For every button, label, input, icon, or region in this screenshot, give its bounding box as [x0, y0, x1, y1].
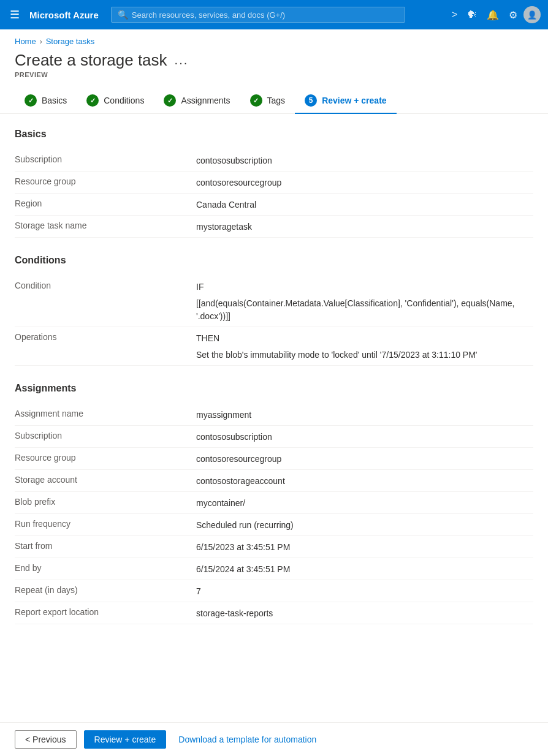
- hamburger-menu-icon[interactable]: ☰: [7, 6, 22, 24]
- repeat-days-row: Repeat (in days) 7: [15, 580, 533, 602]
- storage-account-value: contosostorageaccount: [196, 474, 533, 488]
- tab-assignments-check-icon: ✓: [164, 94, 176, 107]
- condition-label: Condition: [15, 279, 186, 323]
- azure-logo: Microsoft Azure: [29, 10, 99, 20]
- repeat-days-label: Repeat (in days): [15, 584, 186, 598]
- run-frequency-label: Run frequency: [15, 518, 186, 532]
- tab-basics[interactable]: ✓ Basics: [15, 88, 77, 114]
- condition-value: IF [[and(equals(Container.Metadata.Value…: [196, 279, 533, 323]
- start-from-row: Start from 6/15/2023 at 3:45:51 PM: [15, 536, 533, 558]
- start-from-value: 6/15/2023 at 3:45:51 PM: [196, 540, 533, 554]
- repeat-days-value: 7: [196, 584, 533, 598]
- page-title: Create a storage task: [15, 51, 167, 70]
- subscription-label: Subscription: [15, 153, 186, 167]
- condition-row: Condition IF [[and(equals(Container.Meta…: [15, 276, 533, 327]
- operations-row: Operations THEN Set the blob's immutabil…: [15, 327, 533, 366]
- storage-task-name-row: Storage task name mystoragetask: [15, 216, 533, 238]
- conditions-section-title: Conditions: [15, 255, 533, 266]
- assignments-section: Assignments Assignment name myassignment…: [15, 383, 533, 624]
- main-content: Basics Subscription contososubscription …: [0, 114, 548, 686]
- assign-resource-group-row: Resource group contosoresourcegroup: [15, 448, 533, 470]
- tab-review-create-label: Review + create: [322, 96, 386, 105]
- more-options-button[interactable]: ...: [175, 53, 189, 67]
- tab-conditions-label: Conditions: [104, 96, 144, 105]
- preview-badge: PREVIEW: [15, 71, 533, 88]
- report-export-row: Report export location storage-task-repo…: [15, 602, 533, 624]
- breadcrumb: Home › Storage tasks: [0, 29, 548, 48]
- tab-conditions[interactable]: ✓ Conditions: [77, 88, 154, 114]
- storage-account-label: Storage account: [15, 474, 186, 488]
- tab-review-create-num: 5: [305, 94, 317, 107]
- wizard-tabs: ✓ Basics ✓ Conditions ✓ Assignments ✓ Ta…: [0, 88, 548, 114]
- operations-value: THEN Set the blob's immutability mode to…: [196, 331, 533, 361]
- tab-tags-check-icon: ✓: [250, 94, 262, 107]
- operations-label: Operations: [15, 331, 186, 361]
- storage-task-name-label: Storage task name: [15, 219, 186, 233]
- tab-conditions-check-icon: ✓: [86, 94, 99, 107]
- assignment-name-label: Assignment name: [15, 407, 186, 421]
- basics-section-title: Basics: [15, 129, 533, 140]
- resource-group-label: Resource group: [15, 175, 186, 189]
- tab-assignments[interactable]: ✓ Assignments: [154, 88, 240, 114]
- condition-expression: [[and(equals(Container.Metadata.Value[Cl…: [196, 297, 533, 323]
- search-input[interactable]: [132, 10, 398, 20]
- feedback-icon[interactable]: 🗣: [463, 6, 481, 24]
- run-frequency-value: Scheduled run (recurring): [196, 518, 533, 532]
- region-label: Region: [15, 197, 186, 211]
- subscription-value: contososubscription: [196, 153, 533, 167]
- tab-tags-label: Tags: [267, 96, 286, 105]
- blob-prefix-row: Blob prefix mycontainer/: [15, 492, 533, 514]
- assign-resource-group-label: Resource group: [15, 452, 186, 466]
- top-nav-icons: > 🗣 🔔 ⚙ 👤: [448, 6, 541, 25]
- top-navigation: ☰ Microsoft Azure 🔍 > 🗣 🔔 ⚙ 👤: [0, 0, 548, 29]
- storage-task-name-value: mystoragetask: [196, 219, 533, 233]
- assign-subscription-value: contososubscription: [196, 429, 533, 444]
- assign-subscription-label: Subscription: [15, 429, 186, 444]
- tab-tags[interactable]: ✓ Tags: [240, 88, 295, 114]
- page-header: Create a storage task ... PREVIEW: [0, 48, 548, 88]
- end-by-label: End by: [15, 562, 186, 576]
- tab-assignments-label: Assignments: [181, 96, 230, 105]
- report-export-value: storage-task-reports: [196, 606, 533, 620]
- resource-group-value: contosoresourcegroup: [196, 175, 533, 189]
- subscription-row: Subscription contososubscription: [15, 149, 533, 172]
- end-by-value: 6/15/2024 at 3:45:51 PM: [196, 562, 533, 576]
- conditions-section: Conditions Condition IF [[and(equals(Con…: [15, 255, 533, 366]
- breadcrumb-separator-1: ›: [40, 37, 42, 46]
- region-row: Region Canada Central: [15, 194, 533, 216]
- assignment-name-row: Assignment name myassignment: [15, 404, 533, 426]
- tab-basics-label: Basics: [42, 96, 67, 105]
- notifications-icon[interactable]: 🔔: [483, 6, 503, 25]
- assignment-name-value: myassignment: [196, 407, 533, 421]
- settings-icon[interactable]: ⚙: [505, 6, 521, 25]
- end-by-row: End by 6/15/2024 at 3:45:51 PM: [15, 558, 533, 580]
- terminal-icon[interactable]: >: [448, 6, 461, 24]
- blob-prefix-label: Blob prefix: [15, 496, 186, 510]
- operations-expression: Set the blob's immutability mode to 'loc…: [196, 349, 533, 361]
- search-icon: 🔍: [118, 10, 128, 20]
- breadcrumb-storage-tasks[interactable]: Storage tasks: [46, 37, 95, 46]
- basics-section: Basics Subscription contososubscription …: [15, 129, 533, 238]
- blob-prefix-value: mycontainer/: [196, 496, 533, 510]
- operations-then: THEN: [196, 332, 533, 345]
- condition-if: IF: [196, 281, 533, 293]
- tab-review-create[interactable]: 5 Review + create: [295, 88, 396, 114]
- start-from-label: Start from: [15, 540, 186, 554]
- storage-account-row: Storage account contosostorageaccount: [15, 470, 533, 492]
- report-export-label: Report export location: [15, 606, 186, 620]
- region-value: Canada Central: [196, 197, 533, 211]
- search-box[interactable]: 🔍: [111, 7, 405, 23]
- breadcrumb-home[interactable]: Home: [15, 37, 36, 46]
- assign-subscription-row: Subscription contososubscription: [15, 426, 533, 448]
- run-frequency-row: Run frequency Scheduled run (recurring): [15, 514, 533, 536]
- assignments-section-title: Assignments: [15, 383, 533, 394]
- resource-group-row: Resource group contosoresourcegroup: [15, 172, 533, 194]
- assign-resource-group-value: contosoresourcegroup: [196, 452, 533, 466]
- tab-basics-check-icon: ✓: [25, 94, 37, 107]
- account-icon[interactable]: 👤: [523, 6, 541, 23]
